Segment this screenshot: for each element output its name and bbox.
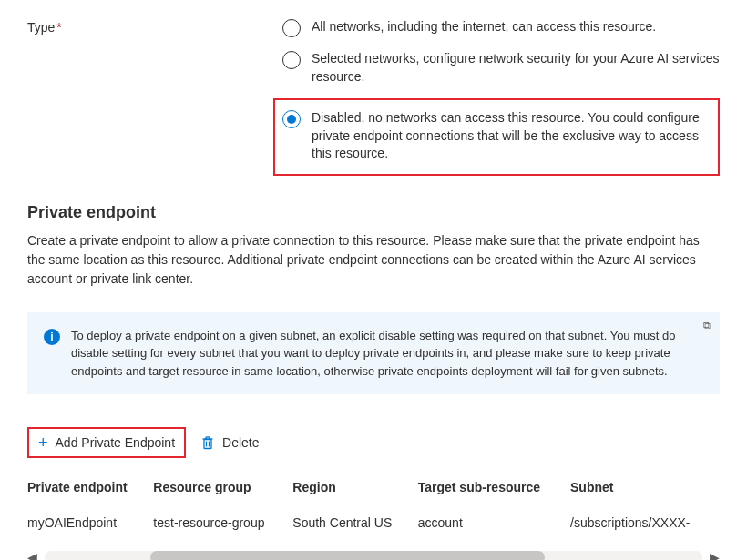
private-endpoint-toolbar: + Add Private Endpoint Delete xyxy=(27,427,720,458)
type-option-label: Selected networks, configure network sec… xyxy=(312,50,720,86)
private-endpoint-heading: Private endpoint xyxy=(27,203,720,222)
type-option-selected-networks[interactable]: Selected networks, configure network sec… xyxy=(282,50,720,86)
radio-icon xyxy=(282,19,301,37)
selected-option-highlight: Disabled, no networks can access this re… xyxy=(273,98,720,176)
private-endpoint-description: Create a private endpoint to allow a pri… xyxy=(27,231,720,289)
horizontal-scrollbar[interactable]: ◀ ▶ xyxy=(27,550,720,560)
cell-resource-group: test-resource-group xyxy=(153,504,292,542)
scroll-left-icon[interactable]: ◀ xyxy=(27,550,37,560)
scroll-right-icon[interactable]: ▶ xyxy=(710,550,720,560)
scrollbar-thumb[interactable] xyxy=(150,551,545,560)
table-row[interactable]: myOAIEndpoint test-resource-group South … xyxy=(27,504,720,542)
cell-subnet: /subscriptions/XXXX- xyxy=(570,504,720,542)
svg-rect-0 xyxy=(204,440,211,449)
type-option-all-networks[interactable]: All networks, including the internet, ca… xyxy=(282,18,720,37)
type-radio-group: All networks, including the internet, ca… xyxy=(282,18,720,176)
info-icon: i xyxy=(44,329,60,345)
type-option-label: All networks, including the internet, ca… xyxy=(312,18,656,36)
radio-icon xyxy=(282,110,301,128)
delete-button[interactable]: Delete xyxy=(191,430,268,455)
add-button-label: Add Private Endpoint xyxy=(56,435,176,450)
column-header-private-endpoint[interactable]: Private endpoint xyxy=(27,471,153,504)
scrollbar-track[interactable] xyxy=(45,551,702,560)
column-header-resource-group[interactable]: Resource group xyxy=(153,471,292,504)
cell-target: account xyxy=(418,504,570,542)
external-link-icon[interactable]: ⧉ xyxy=(703,320,711,331)
info-banner-text: To deploy a private endpoint on a given … xyxy=(71,327,703,381)
private-endpoints-table: Private endpoint Resource group Region T… xyxy=(27,471,720,541)
plus-icon: + xyxy=(38,434,48,451)
type-option-label: Disabled, no networks can access this re… xyxy=(312,109,705,163)
type-option-disabled[interactable]: Disabled, no networks can access this re… xyxy=(282,109,705,163)
info-banner: i To deploy a private endpoint on a give… xyxy=(27,312,720,395)
type-label: Type* xyxy=(27,18,282,35)
trash-icon xyxy=(200,435,215,450)
column-header-target[interactable]: Target sub-resource xyxy=(418,471,570,504)
cell-private-endpoint: myOAIEndpoint xyxy=(27,504,153,542)
required-indicator: * xyxy=(56,20,61,35)
delete-button-label: Delete xyxy=(222,435,259,450)
column-header-region[interactable]: Region xyxy=(292,471,417,504)
cell-region: South Central US xyxy=(292,504,417,542)
radio-icon xyxy=(282,51,301,69)
add-private-endpoint-button[interactable]: + Add Private Endpoint xyxy=(27,427,186,458)
column-header-subnet[interactable]: Subnet xyxy=(570,471,720,504)
